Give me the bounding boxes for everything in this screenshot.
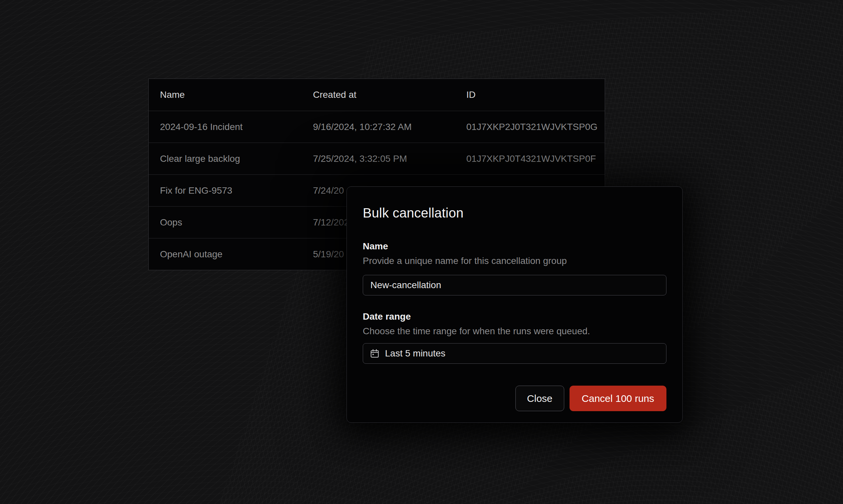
table-row[interactable]: 2024-09-16 Incident 9/16/2024, 10:27:32 … <box>149 111 605 143</box>
cancellation-name-input[interactable] <box>363 275 667 295</box>
date-range-select[interactable]: Last 5 minutes <box>363 343 667 364</box>
cell-name: 2024-09-16 Incident <box>149 122 313 132</box>
column-header-id: ID <box>466 90 605 100</box>
bulk-cancellation-modal: Bulk cancellation Name Provide a unique … <box>346 186 683 423</box>
name-field-label: Name <box>363 240 667 252</box>
cell-created-at: 9/16/2024, 10:27:32 AM <box>313 122 466 132</box>
table-row[interactable]: Clear large backlog 7/25/2024, 3:32:05 P… <box>149 143 605 175</box>
column-header-created-at: Created at <box>313 90 466 100</box>
table-header-row: Name Created at ID <box>149 79 605 111</box>
column-header-name: Name <box>149 90 313 100</box>
date-range-field-group: Date range Choose the time range for whe… <box>363 311 667 364</box>
date-range-value: Last 5 minutes <box>385 348 445 359</box>
cell-created-at: 7/25/2024, 3:32:05 PM <box>313 154 466 164</box>
date-range-field-description: Choose the time range for when the runs … <box>363 325 667 337</box>
calendar-icon <box>370 348 380 358</box>
close-button[interactable]: Close <box>515 385 564 411</box>
cell-name: OpenAI outage <box>149 249 313 259</box>
modal-button-row: Close Cancel 100 runs <box>363 385 667 411</box>
cell-name: Oops <box>149 217 313 228</box>
cell-id: 01J7XKPJ0T4321WJVKTSP0F <box>466 154 605 164</box>
cell-name: Fix for ENG-9573 <box>149 185 313 196</box>
cell-name: Clear large backlog <box>149 154 313 164</box>
cancel-runs-button[interactable]: Cancel 100 runs <box>569 385 667 411</box>
date-range-field-label: Date range <box>363 311 667 323</box>
name-field-group: Name Provide a unique name for this canc… <box>363 240 667 295</box>
name-field-description: Provide a unique name for this cancellat… <box>363 255 667 267</box>
cell-id: 01J7XKP2J0T321WJVKTSP0G <box>466 122 605 132</box>
modal-title: Bulk cancellation <box>363 204 667 221</box>
